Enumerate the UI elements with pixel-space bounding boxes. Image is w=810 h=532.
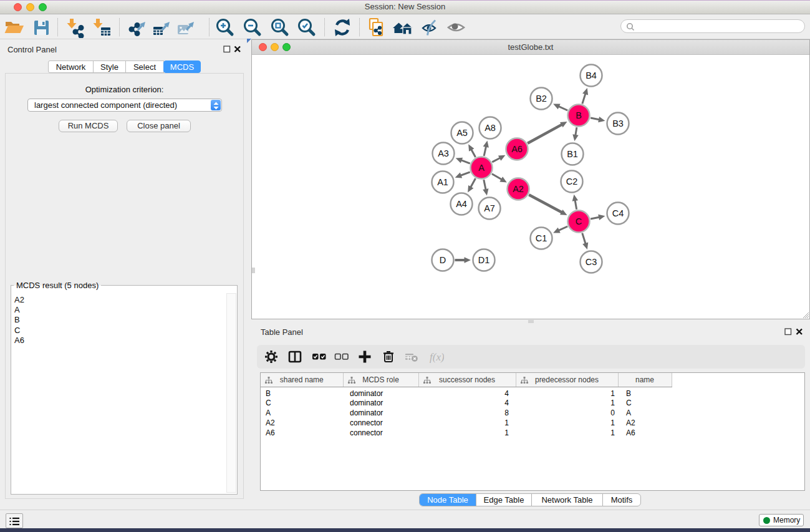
tab-select[interactable]: Select — [125, 60, 164, 73]
graph-node-D[interactable]: D — [432, 249, 454, 271]
export-image-icon[interactable] — [176, 17, 197, 38]
cell[interactable]: C — [261, 398, 343, 408]
home-icon[interactable] — [392, 17, 413, 38]
delete-column-icon[interactable] — [381, 349, 396, 364]
open-session-icon[interactable] — [2, 17, 24, 38]
tab-network[interactable]: Network — [48, 60, 94, 73]
close-table-panel-icon[interactable] — [796, 328, 803, 336]
float-panel-icon[interactable] — [223, 46, 231, 53]
close-panel-button[interactable]: Close panel — [127, 120, 191, 132]
graph-node-A2[interactable]: A2 — [508, 178, 529, 200]
edge-B-B1[interactable] — [576, 127, 577, 136]
tab-style[interactable]: Style — [93, 60, 126, 73]
graph-node-A5[interactable]: A5 — [451, 122, 473, 144]
cell[interactable]: dominator — [343, 387, 418, 398]
tab-mcds[interactable]: MCDS — [163, 60, 201, 73]
zoom-in-icon[interactable] — [215, 17, 236, 38]
float-table-panel-icon[interactable] — [784, 328, 792, 336]
edge-A6-B[interactable] — [528, 124, 562, 143]
export-table-icon[interactable] — [152, 17, 173, 38]
zoom-fit-icon[interactable] — [269, 17, 291, 38]
network-close-button[interactable] — [259, 43, 267, 51]
column-header-MCDS-role[interactable]: MCDS role — [343, 373, 418, 387]
cell[interactable]: A2 — [261, 418, 343, 428]
zoom-selected-icon[interactable] — [296, 17, 317, 38]
graph-node-C[interactable]: C — [568, 211, 590, 233]
show-column-icon[interactable] — [287, 349, 302, 364]
edge-A-A8[interactable] — [484, 146, 486, 156]
result-scrollbar[interactable] — [226, 293, 236, 493]
open-session-file-icon[interactable] — [365, 17, 387, 38]
cell[interactable]: B — [618, 387, 672, 398]
resize-grip-icon[interactable] — [802, 311, 809, 319]
edge-C-C2[interactable] — [575, 200, 577, 210]
cell[interactable]: 0 — [516, 408, 618, 418]
graph-node-B4[interactable]: B4 — [581, 65, 602, 87]
table-row[interactable]: Adominator80A — [261, 408, 804, 418]
cell[interactable]: 8 — [418, 408, 516, 418]
maximize-window-button[interactable] — [39, 3, 47, 11]
graph-node-C1[interactable]: C1 — [531, 228, 552, 249]
cell[interactable]: C — [618, 398, 672, 408]
cell[interactable]: connector — [343, 418, 418, 428]
tab-network-table[interactable]: Network Table — [531, 494, 602, 506]
cell[interactable]: dominator — [343, 408, 418, 418]
network-maximize-button[interactable] — [282, 43, 291, 51]
graph-node-C2[interactable]: C2 — [561, 171, 583, 193]
deselect-all-icon[interactable] — [334, 349, 349, 364]
edge-A2-C[interactable] — [529, 195, 562, 213]
edge-B-B2[interactable] — [558, 106, 567, 110]
cell[interactable]: B — [261, 387, 343, 398]
table-row[interactable]: Bdominator41B — [261, 387, 804, 398]
function-builder-icon[interactable]: f(x) — [429, 349, 444, 364]
cell[interactable]: A — [618, 408, 672, 418]
hide-panel-icon[interactable] — [420, 17, 441, 38]
graph-node-A1[interactable]: A1 — [432, 172, 454, 193]
edge-B-B3[interactable] — [591, 118, 600, 120]
mcds-result-item[interactable]: C — [14, 326, 24, 336]
add-column-icon[interactable] — [357, 349, 372, 364]
cell[interactable]: 4 — [418, 387, 516, 398]
import-table-icon[interactable] — [91, 17, 112, 38]
mcds-result-item[interactable]: A6 — [14, 336, 24, 346]
column-header-name[interactable]: name — [618, 373, 672, 387]
graph-node-A8[interactable]: A8 — [480, 117, 501, 139]
graph-node-C4[interactable]: C4 — [607, 203, 629, 225]
edge-A-A6[interactable] — [492, 158, 501, 162]
graph-node-B2[interactable]: B2 — [531, 88, 552, 110]
table-row[interactable]: A6connector11A6 — [261, 428, 804, 438]
cell[interactable]: A — [261, 408, 343, 418]
cell[interactable]: 1 — [516, 387, 618, 398]
save-session-icon[interactable] — [31, 17, 52, 38]
graph-node-A3[interactable]: A3 — [433, 143, 455, 165]
show-panel-icon[interactable] — [446, 17, 468, 38]
cell[interactable]: 1 — [516, 398, 618, 408]
mcds-result-item[interactable]: A2 — [14, 295, 24, 305]
edge-C-C4[interactable] — [591, 217, 600, 219]
cell[interactable]: 1 — [418, 418, 516, 428]
graph-node-A4[interactable]: A4 — [451, 193, 473, 215]
cell[interactable]: dominator — [343, 398, 418, 408]
table-row[interactable]: Cdominator41C — [261, 398, 804, 408]
zoom-out-icon[interactable] — [242, 17, 263, 38]
optimization-criterion-dropdown[interactable]: largest connected component (directed) — [27, 99, 222, 112]
cell[interactable]: connector — [343, 428, 418, 438]
graph-node-A7[interactable]: A7 — [479, 198, 501, 220]
graph-node-A[interactable]: A — [471, 157, 493, 179]
graph-node-B1[interactable]: B1 — [562, 143, 584, 165]
column-header-predecessor-nodes[interactable]: predecessor nodes — [516, 373, 618, 387]
run-mcds-button[interactable]: Run MCDS — [59, 120, 118, 132]
column-header-successor-nodes[interactable]: successor nodes — [418, 373, 516, 387]
table-row[interactable]: A2connector11A2 — [261, 418, 804, 428]
cell[interactable]: 4 — [418, 398, 516, 408]
show-panels-button[interactable] — [6, 513, 23, 528]
tab-edge-table[interactable]: Edge Table — [476, 494, 531, 506]
refresh-icon[interactable] — [332, 17, 353, 38]
column-header-shared-name[interactable]: shared name — [261, 373, 343, 387]
memory-button[interactable]: Memory — [759, 514, 804, 526]
edge-B-B4[interactable] — [582, 93, 586, 104]
edge-A-A4[interactable] — [470, 178, 475, 188]
edge-C-C3[interactable] — [582, 233, 586, 244]
cell[interactable]: 1 — [516, 428, 618, 438]
edge-A-A3[interactable] — [461, 160, 470, 163]
